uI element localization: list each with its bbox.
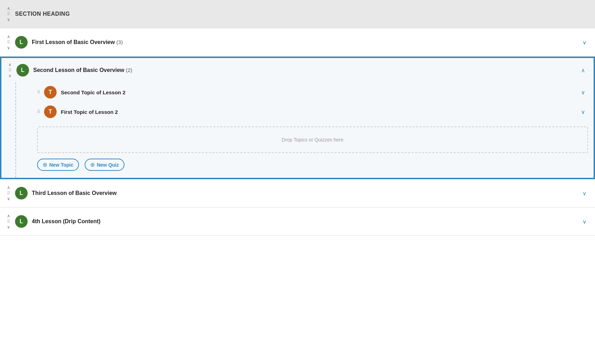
- lesson-4-avatar: L: [15, 215, 28, 228]
- lesson-2-avatar: L: [16, 64, 29, 77]
- lesson-1-row: ∧ ⠿ ∨ L First Lesson of Basic Overview (…: [0, 28, 595, 57]
- lesson-4-drag-handle[interactable]: ⠿: [7, 219, 10, 224]
- topic-2-avatar: T: [44, 105, 57, 118]
- lesson-3-avatar: L: [15, 187, 28, 199]
- new-quiz-label: New Quiz: [97, 162, 119, 168]
- lesson-3-expand-button[interactable]: ∨: [580, 189, 589, 198]
- topic-2-title: First Topic of Lesson 2: [61, 109, 118, 115]
- section-down-button[interactable]: ∨: [6, 17, 12, 22]
- section-controls: ∧ ⠿ ∨: [6, 6, 12, 22]
- lesson-4-down-button[interactable]: ∨: [6, 225, 12, 230]
- topic-1-title: Second Topic of Lesson 2: [61, 89, 126, 95]
- lesson-4-row: ∧ ⠿ ∨ L 4th Lesson (Drip Content) ∨: [0, 208, 595, 236]
- lesson-3-drag-handle[interactable]: ⠿: [7, 191, 10, 196]
- drop-zone-text: Drop Topics or Quizzes here: [282, 137, 343, 143]
- lesson-1-controls: ∧ ⠿ ∨: [6, 34, 12, 50]
- lesson-2-content: ⠿ T Second Topic of Lesson 2 ∨ ⠿ T First…: [15, 82, 594, 178]
- lesson-3-controls: ∧ ⠿ ∨: [6, 185, 12, 201]
- action-buttons: ⊕ New Topic ⊕ New Quiz: [37, 159, 588, 171]
- lesson-3-down-button[interactable]: ∨: [6, 196, 12, 201]
- new-quiz-button[interactable]: ⊕ New Quiz: [85, 159, 124, 171]
- section-title: SECTION HEADING: [15, 11, 70, 17]
- lesson-1-drag-handle[interactable]: ⠿: [7, 40, 10, 45]
- lesson-2-drag-handle[interactable]: ⠿: [8, 68, 12, 73]
- lesson-2-up-button[interactable]: ∧: [7, 62, 13, 67]
- drop-zone: Drop Topics or Quizzes here: [37, 126, 588, 153]
- new-topic-plus-icon: ⊕: [43, 161, 47, 168]
- topic-1-drag-handle[interactable]: ⠿: [37, 90, 41, 95]
- section-up-button[interactable]: ∧: [6, 6, 12, 11]
- lesson-4-controls: ∧ ⠿ ∨: [6, 213, 12, 230]
- topic-2-controls: ⠿: [37, 109, 41, 114]
- topic-2-expand-button[interactable]: ∨: [578, 107, 588, 117]
- lesson-3-row: ∧ ⠿ ∨ L Third Lesson of Basic Overview ∨: [0, 179, 595, 208]
- lesson-1-avatar: L: [15, 36, 28, 49]
- lesson-2-expand-button[interactable]: ∧: [578, 66, 588, 75]
- lesson-4-up-button[interactable]: ∧: [6, 213, 12, 218]
- lesson-1-title: First Lesson of Basic Overview (3): [32, 39, 123, 45]
- lesson-2-header: ∧ ⠿ ∨ L Second Lesson of Basic Overview …: [1, 58, 594, 82]
- lesson-4-title: 4th Lesson (Drip Content): [32, 218, 100, 225]
- lesson-4-expand-button[interactable]: ∨: [580, 217, 589, 226]
- lesson-1-expand-button[interactable]: ∨: [580, 38, 589, 47]
- new-topic-label: New Topic: [49, 162, 73, 168]
- lesson-1-up-button[interactable]: ∧: [6, 34, 12, 39]
- section-drag-handle[interactable]: ⠿: [7, 12, 10, 16]
- topic-1-avatar: T: [44, 86, 57, 99]
- lesson-3-title: Third Lesson of Basic Overview: [32, 190, 117, 196]
- topic-2-drag-handle[interactable]: ⠿: [37, 109, 41, 114]
- topic-1-expand-button[interactable]: ∨: [578, 88, 588, 97]
- lesson-3-up-button[interactable]: ∧: [6, 185, 12, 190]
- lesson-2-expanded-row: ∧ ⠿ ∨ L Second Lesson of Basic Overview …: [0, 57, 595, 179]
- new-topic-button[interactable]: ⊕ New Topic: [37, 159, 79, 171]
- section-heading-row: ∧ ⠿ ∨ SECTION HEADING: [0, 0, 595, 28]
- topic-1-row: ⠿ T Second Topic of Lesson 2 ∨: [37, 82, 588, 102]
- lesson-2-title: Second Lesson of Basic Overview (2): [33, 67, 132, 73]
- topic-1-controls: ⠿: [37, 90, 41, 95]
- new-quiz-plus-icon: ⊕: [90, 161, 95, 168]
- topic-2-row: ⠿ T First Topic of Lesson 2 ∨: [37, 102, 588, 122]
- lesson-2-controls: ∧ ⠿ ∨: [7, 62, 13, 78]
- lesson-1-down-button[interactable]: ∨: [6, 45, 12, 50]
- lesson-2-down-button[interactable]: ∨: [7, 73, 13, 78]
